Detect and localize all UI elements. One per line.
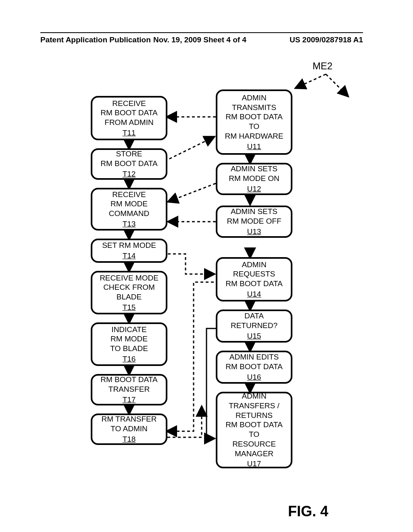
box-t18-ref: T18 <box>123 434 136 444</box>
box-t16-ref: T16 <box>123 354 136 364</box>
box-t15: RECEIVE MODECHECK FROMBLADE T15 <box>91 271 167 314</box>
svg-line-17 <box>169 183 216 202</box>
box-t13-ref: T13 <box>123 219 136 229</box>
box-t15-text: RECEIVE MODECHECK FROMBLADE <box>100 273 159 302</box>
figure-area: ME2 <box>0 56 413 520</box>
box-u12-ref: U12 <box>247 184 261 194</box>
box-u17-text: ADMINTRANSFERS /RETURNSRM BOOT DATATORES… <box>225 391 282 458</box>
box-u15-text: DATARETURNED? <box>231 311 277 330</box>
box-u14-ref: U14 <box>247 289 261 299</box>
box-u11-text: ADMINTRANSMITSRM BOOT DATATORM HARDWARE <box>225 93 284 141</box>
box-t15-ref: T15 <box>123 303 136 312</box>
box-u16: ADMIN EDITSRM BOOT DATA U16 <box>216 351 292 384</box>
me2-label: ME2 <box>313 60 332 72</box>
box-u17: ADMINTRANSFERS /RETURNSRM BOOT DATATORES… <box>216 392 292 468</box>
box-u13-text: ADMIN SETSRM MODE OFF <box>227 207 281 226</box>
svg-line-0 <box>296 74 326 88</box>
header-left: Patent Application Publication <box>40 35 151 44</box>
box-u12-text: ADMIN SETSRM MODE ON <box>229 164 280 183</box>
box-t11-text: RECEIVERM BOOT DATAFROM ADMIN <box>100 99 157 127</box>
box-t16-text: INDICATERM MODETO BLADE <box>110 325 148 353</box>
box-u17-ref: U17 <box>247 459 261 469</box>
box-t11-ref: T11 <box>123 128 136 138</box>
figure-label: FIG. 4 <box>288 503 328 520</box>
box-u12: ADMIN SETSRM MODE ON U12 <box>216 163 292 195</box>
header-center: Nov. 19, 2009 Sheet 4 of 4 <box>153 35 246 44</box>
box-u13-ref: U13 <box>247 227 261 237</box>
box-u15: DATARETURNED? U15 <box>216 310 292 343</box>
connector-overlay <box>0 56 413 520</box>
box-t12-text: STORERM BOOT DATA <box>100 149 157 168</box>
box-t18: RM TRANSFERTO ADMIN T18 <box>91 414 167 445</box>
box-u14: ADMINREQUESTSRM BOOT DATA U14 <box>216 257 292 301</box>
page-root: Patent Application Publication Nov. 19, … <box>0 0 413 532</box>
header-right: US 2009/0287918 A1 <box>290 35 363 44</box>
box-t13-text: RECEIVERM MODECOMMAND <box>109 190 149 218</box>
box-t13: RECEIVERM MODECOMMAND T13 <box>91 188 167 231</box>
header-rule <box>40 32 363 33</box>
box-u13: ADMIN SETSRM MODE OFF U13 <box>216 206 292 238</box>
svg-line-16 <box>165 137 214 161</box>
box-t17-text: RM BOOT DATATRANSFER <box>100 375 157 394</box>
box-t14: SET RM MODE T14 <box>91 239 167 263</box>
box-t18-text: RM TRANSFERTO ADMIN <box>102 414 157 434</box>
box-u11-ref: U11 <box>247 142 261 152</box>
box-t12: STORERM BOOT DATA T12 <box>91 148 167 180</box>
box-t14-text: SET RM MODE <box>102 241 156 250</box>
box-t17-ref: T17 <box>123 395 136 405</box>
box-t17: RM BOOT DATATRANSFER T17 <box>91 374 167 405</box>
box-u16-text: ADMIN EDITSRM BOOT DATA <box>225 352 282 372</box>
box-t14-ref: T14 <box>123 251 136 261</box>
box-t11: RECEIVERM BOOT DATAFROM ADMIN T11 <box>91 96 167 140</box>
box-t16: INDICATERM MODETO BLADE T16 <box>91 322 167 366</box>
box-u14-text: ADMINREQUESTSRM BOOT DATA <box>225 260 282 289</box>
svg-line-1 <box>326 74 348 96</box>
box-u16-ref: U16 <box>247 372 261 382</box>
box-t12-ref: T12 <box>123 169 136 179</box>
box-u11: ADMINTRANSMITSRM BOOT DATATORM HARDWARE … <box>216 89 292 155</box>
box-u15-ref: U15 <box>247 331 261 341</box>
